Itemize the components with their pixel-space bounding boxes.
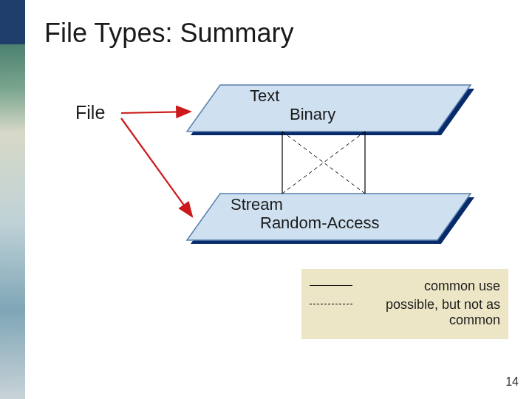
panel-bottom-label-random: Random-Access [260, 214, 379, 233]
legend-line-dashed-icon [310, 297, 352, 310]
arrow-file-to-top [121, 112, 191, 113]
legend-line-solid-icon [310, 279, 352, 292]
legend-row-solid: common use [310, 279, 500, 294]
legend-box: common use possible, but not as common [301, 269, 508, 339]
arrow-file-to-bottom [121, 118, 192, 216]
legend-row-dashed: possible, but not as common [310, 297, 500, 328]
slide-number: 14 [505, 375, 519, 389]
panel-top-label-binary: Binary [290, 105, 335, 124]
legend-solid-label: common use [363, 279, 500, 294]
panel-top-label-text: Text [250, 86, 279, 106]
panel-bottom-label-stream: Stream [231, 195, 283, 214]
legend-dashed-label: possible, but not as common [363, 297, 500, 328]
